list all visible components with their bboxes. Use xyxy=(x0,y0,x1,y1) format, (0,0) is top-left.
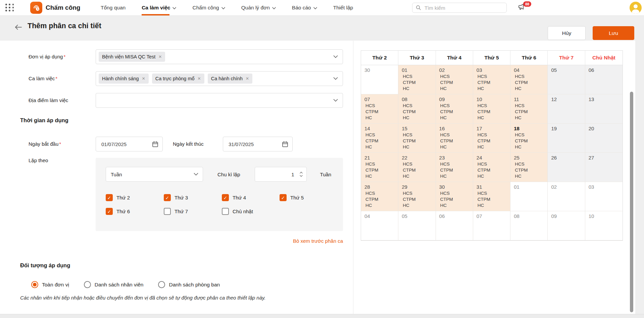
checkbox-checked-icon[interactable]: ✓ xyxy=(106,208,113,215)
calendar-cell[interactable]: 28HCSCTPMHC xyxy=(361,182,398,211)
calendar-cell[interactable]: 23HCSCTPMHC xyxy=(436,153,473,182)
repeat-day-checkbox-3[interactable]: ✓Thứ 4 xyxy=(222,194,280,201)
calendar-cell[interactable]: 24HCSCTPMHC xyxy=(473,153,510,182)
unit-select[interactable]: Bệnh viện MISA QC Test✕ xyxy=(96,49,343,64)
stepper[interactable] xyxy=(300,172,303,177)
calendar-cell[interactable]: 19 xyxy=(548,124,585,153)
calendar-cell[interactable]: 15HCSCTPMHC xyxy=(398,124,436,153)
checkbox-unchecked-icon[interactable] xyxy=(222,208,229,215)
calendar-cell[interactable]: 01HCSCTPMHC xyxy=(398,65,436,94)
calendar-cell[interactable]: 10 xyxy=(585,211,623,240)
calendar-cell[interactable]: 04HCSCTPMHC xyxy=(510,65,548,94)
nav-item-3[interactable]: Chấm công xyxy=(192,0,225,15)
calendar-cell[interactable]: 02 xyxy=(548,182,585,211)
nav-item-5[interactable]: Báo cáo xyxy=(292,0,317,15)
calendar-cell[interactable]: 10HCSCTPMHC xyxy=(473,94,510,124)
nav-item-6[interactable]: Thiết lập xyxy=(333,0,353,15)
target-radio-1[interactable]: Toàn đơn vị xyxy=(31,281,69,288)
calendar-cell[interactable]: 22HCSCTPMHC xyxy=(398,153,436,182)
radio-unselected-icon[interactable] xyxy=(158,281,165,288)
calendar-cell[interactable]: 29HCSCTPMHC xyxy=(398,182,436,211)
calendar-cell[interactable]: 01 xyxy=(510,182,548,211)
calendar-cell[interactable]: 12 xyxy=(548,94,585,124)
calendar-cell[interactable]: 11HCSCTPMHC xyxy=(510,94,548,124)
calendar-cell[interactable]: 07 xyxy=(473,211,510,240)
nav-item-4[interactable]: Quản lý đơn xyxy=(241,0,276,15)
close-icon[interactable]: ✕ xyxy=(142,77,145,81)
calendar-cell[interactable]: 05 xyxy=(548,65,585,94)
calendar-cell[interactable]: 20 xyxy=(585,124,623,153)
back-arrow-icon[interactable] xyxy=(14,24,22,32)
calendar-cell[interactable]: 02HCSCTPMHC xyxy=(436,65,473,94)
calendar-cell[interactable]: 06 xyxy=(436,211,473,240)
avatar-user-icon[interactable] xyxy=(630,2,642,14)
radio-selected-icon[interactable] xyxy=(31,281,38,288)
checkbox-checked-icon[interactable]: ✓ xyxy=(222,194,229,201)
calendar-cell[interactable]: 06 xyxy=(585,65,623,94)
calendar-cell[interactable]: 25HCSCTPMHC xyxy=(510,153,548,182)
calendar-cell[interactable]: 31HCSCTPMHC xyxy=(473,182,510,211)
calendar-cell[interactable]: 30HCSCTPMHC xyxy=(436,182,473,211)
repeat-day-checkbox-4[interactable]: ✓Thứ 5 xyxy=(280,194,333,201)
repeat-unit-select[interactable]: Tuần xyxy=(106,167,203,182)
calendar-cell[interactable]: 30 xyxy=(361,65,398,94)
repeat-day-checkbox-7[interactable]: Chủ nhật xyxy=(222,208,280,215)
repeat-day-checkbox-1[interactable]: ✓Thứ 2 xyxy=(106,194,164,201)
calendar-cell[interactable]: 16HCSCTPMHC xyxy=(436,124,473,153)
calendar-cell[interactable]: 14HCSCTPMHC xyxy=(361,124,398,153)
calendar-icon[interactable] xyxy=(152,141,158,147)
megaphone-icon[interactable]: 88 xyxy=(518,3,529,13)
calendar-cell[interactable]: 03 xyxy=(585,182,623,211)
calendar-cell[interactable]: 26 xyxy=(548,153,585,182)
end-date-label: Ngày kết thúc xyxy=(173,137,204,151)
nav-item-1[interactable]: Tổng quan xyxy=(101,0,126,15)
checkbox-checked-icon[interactable]: ✓ xyxy=(164,194,171,201)
repeat-day-checkbox-5[interactable]: ✓Thứ 6 xyxy=(106,208,164,215)
calendar-cell[interactable]: 21HCSCTPMHC xyxy=(361,153,398,182)
checkbox-checked-icon[interactable]: ✓ xyxy=(280,194,287,201)
calendar-cell[interactable]: 08 xyxy=(510,211,548,240)
app-logo-fingerprint-icon[interactable] xyxy=(30,2,42,14)
cycle-input[interactable]: 1 xyxy=(255,167,307,182)
repeat-day-checkbox-6[interactable]: Thứ 7 xyxy=(164,208,222,215)
calendar-day-number: 11 xyxy=(514,96,544,102)
save-button[interactable]: Lưu xyxy=(593,26,634,40)
calendar-cell[interactable]: 03HCSCTPMHC xyxy=(473,65,510,94)
calendar-icon[interactable] xyxy=(282,141,288,147)
calendar-cell[interactable]: 09HCSCTPMHC xyxy=(436,94,473,124)
search-box[interactable] xyxy=(412,3,507,13)
close-icon[interactable]: ✕ xyxy=(158,55,162,59)
calendar-shift-label: HC xyxy=(514,86,544,92)
calendar-weekday-header: Thứ 2 xyxy=(361,51,398,65)
apps-grid-icon[interactable] xyxy=(5,4,14,12)
calendar-shift-label: HC xyxy=(477,144,507,150)
calendar-shift-label: CTPM xyxy=(514,109,544,115)
preview-toggle-link[interactable]: Bỏ xem trước phân ca xyxy=(96,238,343,244)
start-date-input[interactable]: 01/07/2025 xyxy=(96,137,163,151)
close-icon[interactable]: ✕ xyxy=(198,77,201,81)
location-select[interactable] xyxy=(96,93,343,108)
calendar-cell[interactable]: 13 xyxy=(585,94,623,124)
radio-label: Danh sách nhân viên xyxy=(95,282,144,288)
calendar-cell[interactable]: 18HCSCTPMHC xyxy=(510,124,548,153)
calendar-cell[interactable]: 17HCSCTPMHC xyxy=(473,124,510,153)
calendar-cell[interactable]: 27 xyxy=(585,153,623,182)
shifts-select[interactable]: Hành chính sáng✕Ca trực phòng mổ✕Ca hành… xyxy=(96,71,343,86)
calendar-cell[interactable]: 08HCSCTPMHC xyxy=(398,94,436,124)
vertical-scrollbar[interactable] xyxy=(630,92,633,312)
end-date-input[interactable]: 31/07/2025 xyxy=(223,137,293,151)
calendar-cell[interactable]: 04 xyxy=(361,211,398,240)
nav-item-2[interactable]: Ca làm việc xyxy=(142,0,176,15)
close-icon[interactable]: ✕ xyxy=(246,77,249,81)
checkbox-unchecked-icon[interactable] xyxy=(164,208,171,215)
target-radio-2[interactable]: Danh sách nhân viên xyxy=(84,281,144,288)
radio-unselected-icon[interactable] xyxy=(84,281,91,288)
repeat-day-checkbox-2[interactable]: ✓Thứ 3 xyxy=(164,194,222,201)
calendar-cell[interactable]: 07HCSCTPMHC xyxy=(361,94,398,124)
target-radio-3[interactable]: Danh sách phòng ban xyxy=(158,281,220,288)
checkbox-checked-icon[interactable]: ✓ xyxy=(106,194,113,201)
cancel-button[interactable]: Hủy xyxy=(548,26,586,40)
search-input[interactable] xyxy=(424,5,503,11)
calendar-cell[interactable]: 05 xyxy=(398,211,436,240)
calendar-cell[interactable]: 09 xyxy=(548,211,585,240)
